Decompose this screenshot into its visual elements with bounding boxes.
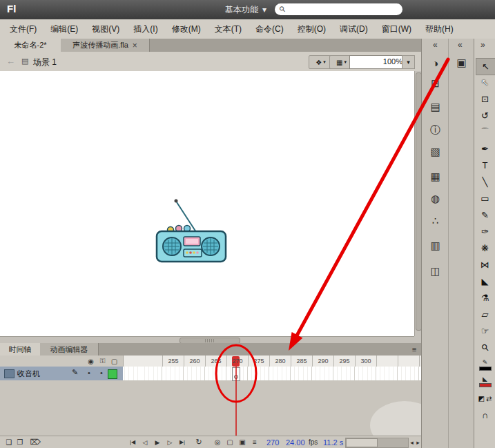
collapse-panels-icon[interactable]: « — [458, 40, 463, 50]
color-panel-icon[interactable]: ◑ — [424, 54, 447, 72]
panel-menu-icon[interactable]: ≡ — [409, 344, 420, 355]
timeline-horizontal-scrollbar[interactable] — [345, 438, 409, 448]
menu-file[interactable]: 文件(F) — [3, 20, 43, 39]
transform-panel-icon[interactable]: ▧ — [424, 143, 447, 161]
frame-ruler[interactable]: 255 260 265 270 275 280 285 290 295 300 — [123, 356, 422, 367]
layer-lock-dot[interactable]: • — [100, 369, 103, 377]
edit-multiple-frames-icon[interactable]: ≡ — [250, 437, 260, 447]
stroke-color-swatch[interactable]: ✎ — [476, 358, 494, 371]
keyframe-at-270[interactable] — [232, 367, 240, 381]
previous-frame-button[interactable]: ◁ — [139, 437, 151, 447]
subselection-tool[interactable]: ↖ — [476, 75, 494, 90]
line-tool[interactable]: ╲ — [476, 174, 494, 190]
tab-motion-editor[interactable]: 动画编辑器 — [40, 343, 99, 356]
paint-bucket-tool[interactable]: ◣ — [476, 273, 494, 289]
document-tab-bar: 未命名-2* 声波传播动画.fla × — [0, 39, 421, 52]
fill-bucket-icon: ◣ — [483, 376, 487, 382]
hand-tool[interactable]: ☞ — [476, 323, 494, 339]
menu-help[interactable]: 帮助(H) — [418, 20, 460, 39]
new-folder-icon[interactable]: ❒ — [15, 437, 25, 447]
layer-outline-color-swatch[interactable] — [108, 369, 117, 379]
zoom-dropdown-button[interactable]: ▾ — [402, 55, 415, 69]
free-transform-tool[interactable]: ⊡ — [476, 91, 494, 107]
radio-symbol-drawing[interactable] — [153, 194, 229, 266]
zoom-level-input[interactable]: 100% — [349, 55, 407, 69]
menu-insert[interactable]: 插入(I) — [126, 20, 164, 39]
loop-icon[interactable]: ↻ — [193, 437, 204, 447]
lock-icon[interactable]: ⚿ — [97, 356, 108, 366]
elapsed-time-value[interactable]: 11.2 s — [323, 437, 343, 447]
search-box[interactable]: ⚲ — [275, 3, 402, 15]
selection-tool[interactable]: ↖ — [476, 58, 495, 75]
onion-skin-icon[interactable]: ▢ — [225, 437, 235, 447]
menu-window[interactable]: 窗口(W) — [375, 20, 418, 39]
outline-icon[interactable]: ▢ — [109, 356, 119, 366]
frame-rate-value[interactable]: 24.00 — [286, 437, 305, 447]
eyedropper-tool[interactable]: ⚗ — [476, 290, 494, 306]
ruler-275: 275 — [251, 358, 267, 364]
workspace-switcher-button[interactable]: 基本功能 ▾ — [220, 3, 272, 17]
snap-to-objects-icon[interactable]: ∩ — [476, 407, 494, 423]
pencil-tool[interactable]: ✎ — [476, 207, 494, 223]
menu-debug[interactable]: 调试(D) — [333, 20, 375, 39]
zoom-tool-icon[interactable]: ⚲ — [479, 342, 491, 353]
history-panel-icon[interactable]: ∴ — [424, 212, 447, 230]
eye-icon[interactable]: ◉ — [86, 356, 96, 366]
3d-rotation-tool[interactable]: ↺ — [476, 108, 494, 124]
layer-name: 收音机 — [17, 369, 40, 379]
swap-colors-icon[interactable]: ⇄ — [486, 395, 492, 402]
workspace-label: 基本功能 — [225, 4, 258, 16]
back-arrow-icon[interactable]: ← — [6, 56, 15, 66]
tab-soundwave-fla[interactable]: 声波传播动画.fla × — [61, 39, 150, 52]
text-tool[interactable]: T — [476, 157, 494, 173]
fill-color-swatch[interactable]: ◣ — [476, 374, 494, 388]
info-panel-icon[interactable]: ⓘ — [424, 121, 447, 139]
deco-tool[interactable]: ❋ — [476, 240, 494, 256]
library-panel-icon[interactable]: ▥ — [424, 237, 447, 255]
collapse-panels-icon[interactable]: « — [433, 40, 438, 50]
tab-untitled-2[interactable]: 未命名-2* — [0, 39, 61, 52]
close-icon[interactable]: × — [133, 41, 137, 50]
first-frame-button[interactable]: |◀ — [127, 437, 138, 447]
next-frame-button[interactable]: ▷ — [164, 437, 175, 447]
ruler-285: 285 — [293, 358, 310, 364]
onion-skin-outlines-icon[interactable]: ▣ — [237, 437, 247, 447]
layer-item-radio[interactable]: 收音机 ✎ • • — [0, 367, 123, 381]
menu-commands[interactable]: 命令(C) — [249, 20, 291, 39]
layer-visibility-dot[interactable]: • — [88, 369, 90, 377]
new-layer-icon[interactable]: ❑ — [4, 437, 14, 447]
eraser-tool[interactable]: ▱ — [476, 306, 494, 322]
scrollbar-thumb[interactable] — [346, 438, 378, 447]
preview-panel-icon[interactable]: ▣ — [450, 54, 473, 72]
stage-canvas[interactable] — [0, 71, 414, 336]
scroll-left-icon[interactable]: ◂ — [409, 437, 415, 447]
delete-layer-icon[interactable]: ⌦ — [30, 437, 40, 447]
play-button[interactable]: ▶ — [152, 437, 163, 447]
tab-timeline[interactable]: 时间轴 — [0, 343, 41, 356]
strings-panel-icon[interactable]: ◫ — [424, 262, 447, 280]
pen-tool[interactable]: ✒ — [476, 141, 494, 157]
menu-view[interactable]: 视图(V) — [85, 20, 126, 39]
collapse-tools-icon[interactable]: » — [481, 40, 485, 50]
current-frame-value[interactable]: 270 — [266, 437, 279, 447]
code-snippets-panel-icon[interactable]: ▦ — [424, 168, 447, 186]
ruler-295: 295 — [336, 358, 353, 364]
brush-tool[interactable]: ✑ — [476, 224, 494, 240]
last-frame-button[interactable]: ▶| — [177, 437, 188, 447]
menu-text[interactable]: 文本(T) — [208, 20, 249, 39]
scroll-right-icon[interactable]: ▸ — [415, 437, 421, 447]
bone-tool[interactable]: ⋈ — [476, 257, 494, 273]
menu-modify[interactable]: 修改(M) — [165, 20, 208, 39]
timeline-layer-row: 收音机 ✎ • • — [0, 367, 421, 380]
rectangle-tool[interactable]: ▭ — [476, 191, 494, 206]
center-frame-icon[interactable]: ◎ — [213, 437, 222, 447]
motion-presets-panel-icon[interactable]: ◍ — [424, 190, 447, 208]
align-panel-icon[interactable]: ▤ — [424, 98, 447, 116]
lasso-tool[interactable]: ⌒ — [476, 124, 494, 140]
swatches-panel-icon[interactable]: ⊞ — [424, 75, 447, 92]
black-white-icon[interactable]: ◩ — [478, 395, 485, 402]
menu-edit[interactable]: 编辑(E) — [43, 20, 85, 39]
layer-frames-strip[interactable] — [123, 367, 421, 381]
search-input[interactable] — [285, 3, 402, 16]
menu-control[interactable]: 控制(O) — [291, 20, 333, 39]
